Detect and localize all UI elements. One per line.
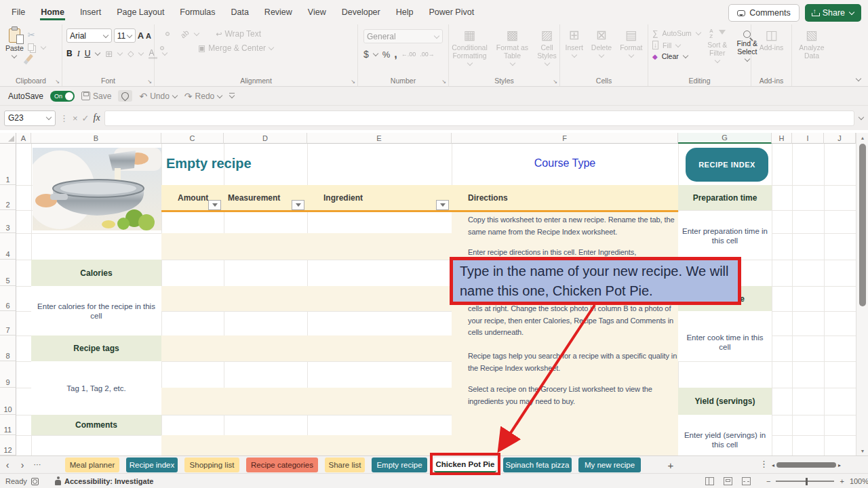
- sheet-tab-recipe-index[interactable]: Recipe index: [126, 458, 178, 472]
- merge-center-button[interactable]: ▣ Merge & Center: [198, 43, 274, 53]
- comments-header-cell[interactable]: Comments: [31, 415, 161, 435]
- all-sheets-icon[interactable]: ⋯: [30, 460, 45, 469]
- row-header-1[interactable]: 1: [0, 144, 16, 185]
- amount-filter-icon[interactable]: [208, 200, 221, 210]
- tabbar-menu-icon[interactable]: ⋮: [760, 459, 768, 469]
- recipe-stock-photo[interactable]: [33, 148, 161, 230]
- underline-dropdown-icon[interactable]: [95, 51, 100, 56]
- format-cells-button[interactable]: ▤ Format: [620, 28, 642, 74]
- formula-input[interactable]: [104, 110, 854, 126]
- fill-color-icon[interactable]: ◇: [127, 49, 134, 58]
- percent-style-icon[interactable]: %: [382, 49, 391, 60]
- row-header-2[interactable]: 2: [0, 185, 16, 210]
- format-as-table-button[interactable]: ▩ Format as Table: [496, 28, 529, 74]
- recipe-title-cell[interactable]: Empty recipe: [166, 156, 252, 171]
- tab-developer[interactable]: Developer: [341, 5, 381, 20]
- zoom-in-icon[interactable]: +: [840, 477, 844, 485]
- row-header-11[interactable]: 11: [0, 415, 16, 435]
- copy-button[interactable]: [28, 43, 46, 51]
- conditional-formatting-button[interactable]: ▦ Conditional Formatting: [449, 28, 491, 74]
- scroll-left-icon[interactable]: ◂: [772, 462, 774, 468]
- prep-time-header-cell[interactable]: Preparation time: [678, 185, 772, 210]
- zoom-slider[interactable]: [776, 481, 834, 481]
- select-all-corner[interactable]: [0, 133, 16, 144]
- tab-power-pivot[interactable]: Power Pivot: [428, 5, 475, 20]
- row-header-8[interactable]: 8: [0, 336, 16, 361]
- sheet-tab-recipe-categories[interactable]: Recipe categories: [246, 458, 318, 472]
- accessibility-status[interactable]: Accessibility: Investigate: [54, 474, 153, 488]
- row-header-4[interactable]: 4: [0, 233, 16, 260]
- share-button[interactable]: Share: [805, 4, 861, 22]
- analyze-data-button[interactable]: ▧ Analyze Data: [797, 28, 827, 74]
- autosave-toggle[interactable]: On: [50, 91, 75, 102]
- tab-file[interactable]: File: [11, 5, 26, 20]
- row-header-7[interactable]: 7: [0, 311, 16, 336]
- comma-style-icon[interactable]: ,: [394, 48, 397, 60]
- increase-font-size-icon[interactable]: A: [138, 30, 144, 41]
- cancel-entry-icon[interactable]: ×: [73, 113, 78, 123]
- scroll-up-icon[interactable]: ▲: [856, 133, 868, 142]
- tab-view[interactable]: View: [307, 5, 327, 20]
- sort-filter-button[interactable]: AZ Sort & Filter: [705, 28, 730, 74]
- collapse-ribbon-icon[interactable]: [856, 77, 861, 82]
- tab-page-layout[interactable]: Page Layout: [116, 5, 165, 20]
- paste-button[interactable]: Paste: [5, 28, 24, 74]
- horizontal-scrollbar[interactable]: ◂ ▸: [772, 462, 863, 468]
- column-header-a[interactable]: A: [16, 133, 31, 144]
- yield-header-cell[interactable]: Yield (servings): [678, 388, 772, 415]
- font-name-select[interactable]: Arial: [66, 28, 112, 43]
- wrap-text-button[interactable]: ↩ Wrap Text: [216, 29, 261, 39]
- row-header-6[interactable]: 6: [0, 286, 16, 311]
- prev-sheet-icon[interactable]: ‹: [0, 460, 15, 470]
- orientation-icon[interactable]: ab: [179, 28, 191, 39]
- align-middle-icon[interactable]: [165, 32, 170, 36]
- sheet-tab-chicken-pot-pie[interactable]: Chicken Pot Pie: [434, 458, 496, 472]
- column-header-h[interactable]: H: [772, 133, 792, 144]
- save-button[interactable]: Save: [81, 92, 111, 101]
- vertical-scrollbar[interactable]: ▲ ▼: [856, 133, 868, 455]
- tab-help[interactable]: Help: [395, 5, 414, 20]
- tags-note-cell[interactable]: Tag 1, Tag 2, etc.: [31, 361, 161, 415]
- row-header-12[interactable]: 12: [0, 435, 16, 455]
- number-format-select[interactable]: General: [363, 29, 443, 43]
- alignment-dialog-launcher-icon[interactable]: ↘: [351, 79, 355, 85]
- row-header-3[interactable]: 3: [0, 210, 16, 233]
- horizontal-scrollbar-thumb[interactable]: [776, 462, 836, 468]
- cut-icon[interactable]: ✂: [28, 30, 46, 40]
- scroll-right-icon[interactable]: ▸: [838, 462, 841, 468]
- column-header-g[interactable]: G: [678, 133, 772, 144]
- redo-button[interactable]: ↷Redo: [184, 91, 222, 102]
- autosum-button[interactable]: ∑AutoSum: [652, 28, 701, 38]
- sheet-tab-spinach-feta-pizza[interactable]: Spinach feta pizza: [503, 458, 572, 472]
- sheet-tab-my-new-recipe[interactable]: My new recipe: [578, 458, 641, 472]
- accounting-format-icon[interactable]: $: [363, 49, 369, 60]
- directions-column-header[interactable]: Directions: [452, 185, 678, 210]
- tab-data[interactable]: Data: [230, 5, 249, 20]
- next-sheet-icon[interactable]: ›: [15, 460, 30, 470]
- column-header-c[interactable]: C: [161, 133, 224, 144]
- bold-icon[interactable]: B: [66, 49, 73, 58]
- decrease-font-size-icon[interactable]: A: [146, 32, 151, 40]
- ingredient-filter-icon[interactable]: [436, 200, 449, 210]
- align-left-icon[interactable]: [160, 46, 164, 50]
- comments-button[interactable]: Comments: [728, 4, 799, 22]
- font-dialog-launcher-icon[interactable]: ↘: [147, 79, 152, 85]
- column-header-b[interactable]: B: [31, 133, 161, 144]
- delete-cells-button[interactable]: ⊠ Delete: [591, 28, 612, 74]
- macro-record-icon[interactable]: [31, 474, 39, 488]
- measurement-filter-icon[interactable]: [292, 200, 304, 210]
- tab-home[interactable]: Home: [40, 5, 65, 20]
- sheet-tab-shopping-list[interactable]: Shopping list: [184, 458, 239, 472]
- page-layout-view-icon[interactable]: [724, 477, 732, 485]
- borders-icon[interactable]: ⊞: [105, 49, 113, 59]
- share-dropdown-icon[interactable]: [849, 10, 854, 16]
- column-header-i[interactable]: I: [792, 133, 824, 144]
- format-painter-icon[interactable]: [26, 54, 33, 62]
- recipe-index-button[interactable]: RECIPE INDEX: [686, 148, 768, 182]
- tab-review[interactable]: Review: [264, 5, 293, 20]
- row-header-5[interactable]: 5: [0, 260, 16, 286]
- styles-dialog-launcher-icon[interactable]: ↘: [553, 79, 557, 85]
- fill-button[interactable]: ↓Fill: [652, 41, 701, 49]
- ingredient-column-header[interactable]: Ingredient: [307, 185, 452, 210]
- cell-styles-button[interactable]: ▨ Cell Styles: [534, 28, 560, 74]
